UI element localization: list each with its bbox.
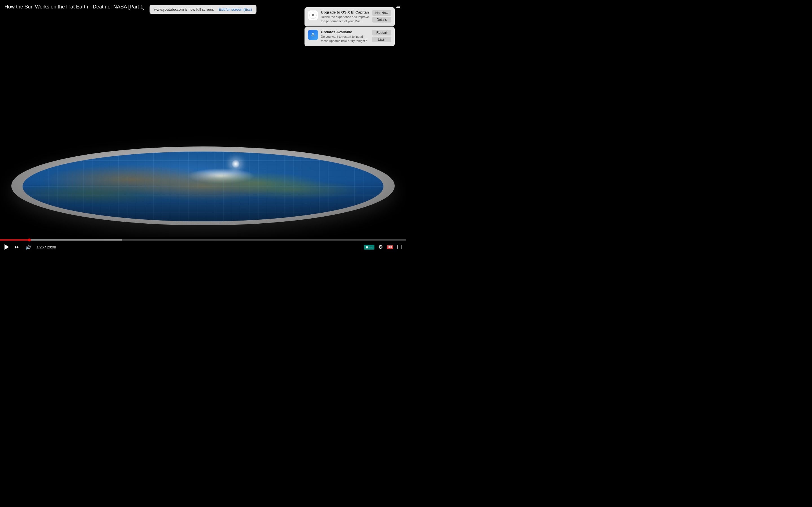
time-display: 1:26 / 20:08 [37,245,56,249]
share-icon-area: ➦ [396,4,400,10]
updates-notification: A Updates Available Do you want to resta… [305,27,395,46]
controls-right: ◼━━ HD [364,243,403,251]
not-now-button[interactable]: Not Now [372,10,391,16]
upgrade-content: Upgrade to OS X El Capitan Refine the ex… [321,10,369,24]
updates-actions: Restart Later [372,30,391,42]
updates-title: Updates Available [321,30,369,34]
fullscreen-message: www.youtube.com is now full screen. [154,7,214,11]
earth-disk [22,152,384,221]
upgrade-actions: Not Now Details [372,10,391,22]
osx-icon: ✕ [308,10,318,20]
earth-shadow [22,179,384,221]
flat-earth-visual [8,107,398,225]
progress-bar[interactable] [0,239,406,240]
hd-badge: HD [387,245,393,249]
settings-icon [378,244,383,250]
volume-icon: 🔊 [26,244,31,250]
video-title: How the Sun Works on the Flat Earth - De… [4,4,145,10]
upgrade-body: Refine the experience and improve the pe… [321,15,369,24]
svg-text:✕: ✕ [311,13,315,17]
exit-fullscreen-link[interactable]: Exit full screen (Esc) [218,7,252,11]
share-icon[interactable]: ➦ [396,4,400,10]
notification-panel: ✕ Upgrade to OS X El Capitan Refine the … [305,7,395,46]
controls-row: ⏭ 🔊 1:26 / 20:08 ◼━━ HD [0,243,406,251]
restart-button[interactable]: Restart [372,30,391,36]
play-icon [4,244,9,250]
upgrade-title: Upgrade to OS X El Capitan [321,10,369,14]
fullscreen-icon [397,245,402,249]
skip-icon: ⏭ [15,244,20,250]
cc-icon: ◼━━ [366,245,373,249]
cc-button[interactable]: ◼━━ [364,245,374,249]
fullscreen-notification-bar: www.youtube.com is now full screen. Exit… [150,5,257,14]
upgrade-notification: ✕ Upgrade to OS X El Capitan Refine the … [305,7,395,26]
updates-body: Do you want to restart to install these … [321,35,369,43]
skip-button[interactable]: ⏭ [13,243,21,251]
details-button[interactable]: Details [372,17,391,22]
settings-button[interactable] [377,243,384,251]
later-button[interactable]: Later [372,37,391,42]
volume-button[interactable]: 🔊 [24,243,32,251]
appstore-symbol: A [311,32,315,38]
progress-played [0,239,29,240]
appstore-icon: A [308,30,318,40]
fullscreen-button[interactable] [396,244,403,250]
play-button[interactable] [3,243,10,251]
updates-content: Updates Available Do you want to restart… [321,30,369,43]
player-controls: ⏭ 🔊 1:26 / 20:08 ◼━━ HD [0,237,406,253]
